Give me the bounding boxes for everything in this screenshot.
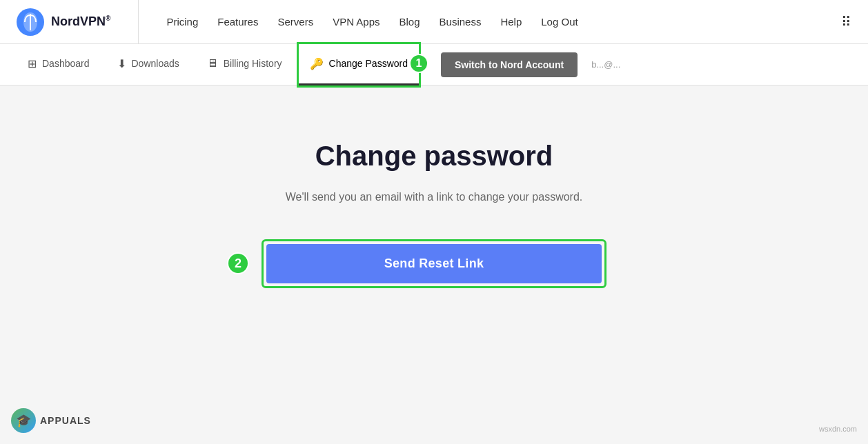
change-password-icon: 🔑 [310, 57, 324, 70]
appuals-logo-icon: 🎓 [11, 408, 36, 433]
step-1-badge: 1 [409, 54, 428, 73]
user-email-display: b...@... [591, 59, 620, 70]
tab-downloads[interactable]: ⬇ Downloads [106, 44, 190, 85]
tab-change-password[interactable]: 🔑 Change Password 1 [299, 44, 419, 85]
page-title: Change password [315, 141, 553, 172]
nav-features[interactable]: Features [217, 16, 258, 28]
logo-area: NordVPN® [17, 0, 139, 44]
appuals-text-label: APPUALS [40, 415, 91, 426]
main-content: Change password We'll send you an email … [0, 85, 868, 444]
tab-dashboard-label: Dashboard [42, 58, 90, 69]
tab-change-password-label: Change Password [329, 58, 408, 69]
reset-area: 2 Send Reset Link [262, 239, 606, 288]
subnav: ⊞ Dashboard ⬇ Downloads 🖥 Billing Histor… [0, 44, 868, 85]
nav-business[interactable]: Business [440, 16, 482, 28]
nordvpn-logo-icon [17, 8, 44, 36]
nav-servers[interactable]: Servers [277, 16, 313, 28]
reset-btn-wrapper: Send Reset Link [262, 239, 606, 288]
nav-blog[interactable]: Blog [400, 16, 420, 28]
send-reset-link-button[interactable]: Send Reset Link [266, 244, 602, 283]
dashboard-icon: ⊞ [28, 57, 37, 70]
billing-icon: 🖥 [207, 57, 218, 70]
wsxdn-watermark: wsxdn.com [819, 425, 857, 433]
main-nav: Pricing Features Servers VPN Apps Blog B… [166, 16, 841, 28]
nav-help[interactable]: Help [500, 16, 522, 28]
tab-downloads-label: Downloads [132, 58, 179, 69]
appuals-watermark: 🎓 APPUALS [11, 408, 91, 433]
nav-logout[interactable]: Log Out [541, 16, 578, 28]
nav-pricing[interactable]: Pricing [166, 16, 198, 28]
nav-vpn-apps[interactable]: VPN Apps [333, 16, 379, 28]
page-description: We'll send you an email with a link to c… [286, 188, 583, 206]
switch-to-nord-account-button[interactable]: Switch to Nord Account [441, 52, 578, 77]
main-header: NordVPN® Pricing Features Servers VPN Ap… [0, 0, 868, 44]
nav-actions: ⠿ [841, 14, 851, 30]
tab-billing-label: Billing History [224, 58, 282, 69]
tab-billing[interactable]: 🖥 Billing History [196, 44, 293, 85]
downloads-icon: ⬇ [117, 57, 126, 70]
tab-dashboard[interactable]: ⊞ Dashboard [17, 44, 101, 85]
step-2-badge: 2 [227, 252, 249, 274]
logo-text: NordVPN® [51, 14, 110, 29]
grid-menu-icon[interactable]: ⠿ [841, 14, 851, 30]
